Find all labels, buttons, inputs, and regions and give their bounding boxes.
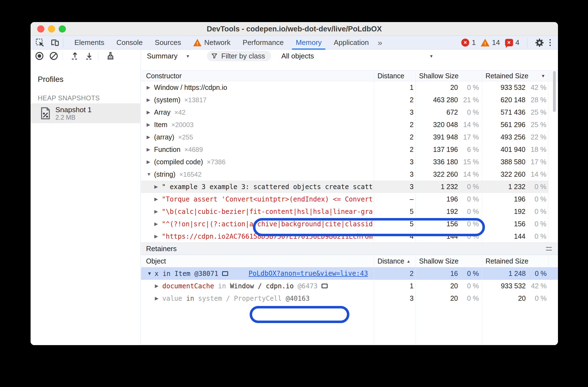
delete-snapshot-icon[interactable]	[105, 50, 116, 61]
reveal-object-icon[interactable]	[222, 271, 228, 276]
expand-arrow-icon[interactable]: ▶	[154, 184, 162, 190]
tab-label: Memory	[296, 38, 322, 47]
column-header-object[interactable]: Object	[141, 255, 374, 267]
more-options-icon[interactable]	[549, 39, 551, 46]
heap-row[interactable]: ▶Window / https://cdpn.io1200 %933 53242…	[141, 81, 549, 94]
source-location-link[interactable]: PoLdbOX?anon=true&view=live:43	[249, 267, 368, 280]
tab-memory[interactable]: Memory	[290, 36, 328, 50]
column-header-distance[interactable]: Distance	[374, 71, 416, 81]
expand-arrow-icon[interactable]: ▶	[154, 221, 162, 227]
retainer-row[interactable]: ▶value in system / PropertyCell @4016332…	[141, 292, 558, 305]
value: 20	[482, 294, 526, 302]
expand-arrow-icon[interactable]: ▶	[146, 97, 154, 103]
clear-profiles-icon[interactable]	[48, 50, 59, 61]
more-tabs-button[interactable]: »	[378, 38, 382, 47]
column-header-retained-size[interactable]: Retained Size ▼	[482, 71, 548, 81]
expand-arrow-icon[interactable]: ▶	[154, 209, 162, 214]
collapse-arrow-icon[interactable]: ▼	[146, 172, 154, 177]
retainers-menu-icon[interactable]	[546, 247, 552, 251]
distance-cell: 2	[374, 119, 416, 131]
heap-row[interactable]: ▶Function×46892137 1966 %401 94018 %	[141, 143, 549, 156]
record-heap-snapshot-icon[interactable]	[34, 50, 45, 61]
save-profile-icon[interactable]	[84, 50, 95, 61]
value: 2	[374, 270, 414, 278]
tab-application[interactable]: Application	[328, 36, 375, 50]
distance-cell: 3	[374, 106, 416, 119]
column-header-shallow-size[interactable]: Shallow Size	[416, 71, 482, 81]
chevron-down-icon[interactable]: ▼	[429, 54, 433, 58]
value: 3	[374, 108, 414, 116]
constructor-name: Window / https://cdpn.io	[154, 84, 227, 92]
heap-row[interactable]: ▶"https://cdpn.io2AC766158D5B7507E170156…	[141, 230, 549, 243]
percent: 0 %	[526, 270, 547, 278]
distance-cell: 2	[374, 94, 416, 106]
percent: 0 %	[458, 108, 479, 116]
objects-filter-select[interactable]: All objects	[281, 52, 314, 60]
tab-elements[interactable]: Elements	[68, 36, 110, 50]
device-toolbar-icon[interactable]	[49, 37, 60, 48]
heap-row[interactable]: ▶(compiled code)×73863336 18015 %388 580…	[141, 156, 549, 168]
heap-row[interactable]: ▶"Torque assert 'Convert<uintptr>(endInd…	[141, 193, 549, 205]
warning-badge[interactable]: !14	[481, 38, 500, 47]
value: 401 940	[482, 146, 525, 154]
expand-arrow-icon[interactable]: ▶	[154, 295, 162, 301]
distance-cell: 2	[374, 131, 416, 143]
collapse-arrow-icon[interactable]: ▼	[147, 271, 155, 276]
expand-arrow-icon[interactable]: ▶	[154, 196, 162, 202]
heap-row[interactable]: ▶"^(?!on|src|(?:action|archive|backgroun…	[141, 218, 549, 230]
value: 1	[374, 84, 414, 92]
tab-sources[interactable]: Sources	[149, 36, 187, 50]
retainer-row[interactable]: ▼x in Item @38071PoLdbOX?anon=true&view=…	[141, 267, 558, 280]
constructor-cell: ▶Item×20003	[141, 119, 374, 131]
expand-arrow-icon[interactable]: ▶	[146, 147, 154, 152]
expand-arrow-icon[interactable]: ▶	[154, 233, 162, 239]
value: 620 148	[482, 96, 525, 104]
distance-cell: 3	[374, 292, 416, 305]
expand-arrow-icon[interactable]: ▶	[146, 109, 154, 115]
column-header-distance[interactable]: Distance ▲	[374, 255, 416, 267]
panel-tabs: ElementsConsoleSources!NetworkPerformanc…	[68, 36, 375, 50]
percent: 0 %	[458, 208, 479, 216]
heap-row[interactable]: ▶"\b(calc|cubic-bezier|fit-content|hsl|h…	[141, 205, 549, 218]
expand-arrow-icon[interactable]: ▶	[146, 134, 154, 140]
constructor-cell: ▼(string)×16542	[141, 168, 374, 181]
tab-label: Sources	[155, 38, 181, 47]
settings-gear-icon[interactable]	[534, 37, 545, 48]
column-header-shallow-size[interactable]: Shallow Size	[416, 255, 482, 267]
heap-row[interactable]: ▶Array×4236720 %571 43625 %	[141, 106, 549, 119]
tab-network[interactable]: !Network	[187, 36, 236, 50]
memory-toolbar: Summary ▼ Filter by class All objects ▼	[31, 50, 558, 62]
vertical-scrollbar[interactable]	[553, 71, 556, 112]
heap-row[interactable]: ▶" example 3 example 3: scattered object…	[141, 181, 549, 193]
value: 137 196	[416, 146, 458, 154]
expand-arrow-icon[interactable]: ▶	[146, 122, 154, 128]
expand-arrow-icon[interactable]: ▶	[154, 283, 162, 289]
perspective-select[interactable]: Summary ▼	[147, 52, 190, 60]
value: 156	[482, 220, 525, 228]
reveal-object-icon[interactable]	[322, 284, 328, 288]
tab-performance[interactable]: Performance	[237, 36, 290, 50]
sidebar-item-snapshot-1[interactable]: Snapshot 1 2.2 MB	[31, 103, 140, 123]
heap-row[interactable]: ▼(string)×165423322 26014 %322 26014 %	[141, 168, 549, 181]
memory-panel-content: Profiles HEAP SNAPSHOTS Snapshot 1 2.2 M…	[31, 62, 558, 345]
class-filter-input[interactable]: Filter by class	[207, 51, 271, 61]
error-badge[interactable]: ✕1	[461, 38, 476, 47]
load-profile-icon[interactable]	[69, 50, 80, 61]
tab-console[interactable]: Console	[110, 36, 149, 50]
column-header-retained-size[interactable]: Retained Size	[482, 255, 548, 267]
heap-row[interactable]: ▶(system)×138172463 28021 %620 14828 %	[141, 94, 549, 106]
value: –	[374, 195, 414, 203]
constructor-name: "\b(calc|cubic-bezier|fit-content|hsl|hs…	[162, 208, 373, 216]
inspect-icon[interactable]	[34, 37, 45, 48]
expand-arrow-icon[interactable]: ▶	[146, 85, 154, 90]
retainer-row[interactable]: ▶documentCache in Window / cdpn.io @6473…	[141, 280, 558, 292]
size-cell: 388 58017 %	[482, 156, 548, 168]
column-header-constructor[interactable]: Constructor	[141, 71, 374, 81]
heap-row[interactable]: ▶Item×200032320 04814 %561 29625 %	[141, 119, 549, 131]
issue-badge[interactable]: ✕4	[505, 38, 519, 47]
tab-label: Application	[334, 38, 369, 47]
heap-row[interactable]: ▶(array)×2552391 94817 %493 25622 %	[141, 131, 549, 143]
size-cell: 463 28021 %	[416, 94, 482, 106]
expand-arrow-icon[interactable]: ▶	[146, 159, 154, 165]
retainers-title: Retainers	[146, 244, 177, 253]
